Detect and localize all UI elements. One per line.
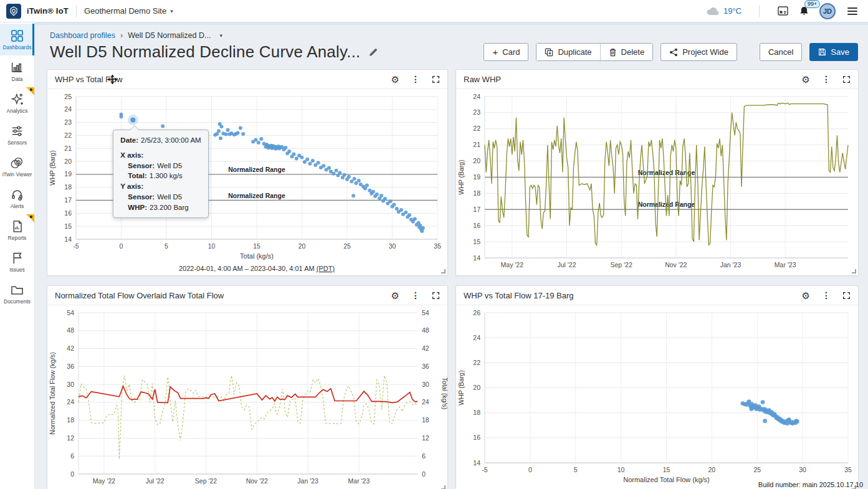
svg-text:20: 20 (708, 466, 716, 473)
svg-text:6: 6 (422, 452, 426, 460)
svg-text:30: 30 (67, 381, 74, 388)
sidebar-item-alerts[interactable]: Alerts (0, 183, 34, 214)
svg-text:24: 24 (64, 105, 72, 113)
svg-text:WHP (Barg): WHP (Barg) (457, 159, 465, 194)
card-resize-handle[interactable] (441, 485, 446, 489)
svg-text:35: 35 (434, 242, 441, 250)
svg-text:20: 20 (473, 384, 480, 391)
card-resize-handle[interactable] (852, 269, 856, 273)
site-selector[interactable]: Geothermal Demo Site (84, 6, 166, 16)
svg-text:24: 24 (422, 398, 429, 406)
svg-text:Sep '22: Sep '22 (195, 477, 217, 485)
sidebar-item-dashboards[interactable]: Dashboards (0, 24, 34, 55)
itwin-logo-icon (9, 6, 19, 16)
top-bar: iTwin® IoT Geothermal Demo Site ▾ 19°C 9… (0, 0, 868, 22)
sidebar-item-issues[interactable]: Issues (0, 246, 34, 278)
project-wide-button[interactable]: Project Wide (661, 43, 737, 61)
data-icon (11, 61, 24, 74)
card-more-menu-icon[interactable]: ⋮ (822, 75, 831, 83)
svg-text:25: 25 (753, 466, 761, 473)
weather-widget[interactable]: 19°C (706, 6, 742, 16)
svg-text:10: 10 (208, 242, 216, 250)
expand-icon[interactable] (842, 75, 851, 83)
svg-text:Total (kg/s): Total (kg/s) (240, 252, 274, 260)
main-content: Dashboard profiles › Well D5 Normalized … (35, 22, 868, 489)
svg-text:14: 14 (473, 459, 480, 467)
svg-text:12: 12 (67, 434, 74, 442)
svg-text:26: 26 (473, 309, 480, 316)
svg-text:Sep '22: Sep '22 (611, 261, 632, 268)
reports-icon (11, 220, 24, 233)
svg-text:Normalized Total Flow (kg/s): Normalized Total Flow (kg/s) (49, 352, 56, 434)
duplicate-button[interactable]: Duplicate (537, 44, 599, 60)
card-raw-whp[interactable]: Raw WHP ⚙ ⋮ 1415161718192021222324May '2… (455, 69, 859, 276)
sidebar-item-itwin-viewer[interactable]: iTwin Viewer (0, 151, 34, 183)
sidebar-item-analytics[interactable]: Analytics (0, 87, 34, 119)
sidebar-item-sensors[interactable]: Sensors (0, 119, 34, 151)
delete-button[interactable]: Delete (600, 44, 653, 60)
sidebar-item-data[interactable]: Data (0, 55, 34, 87)
svg-text:21: 21 (473, 141, 480, 148)
svg-text:WHP (Barg): WHP (Barg) (457, 370, 465, 405)
device-panel-icon[interactable] (777, 6, 789, 16)
svg-text:2022-04-01, 4:00 AM – 2023-04-: 2022-04-01, 4:00 AM – 2023-04-30, 4:01 A… (179, 265, 335, 272)
card-resize-handle[interactable] (441, 269, 446, 273)
chevron-down-icon[interactable]: ▾ (219, 32, 222, 39)
save-button[interactable]: Save (809, 43, 858, 61)
svg-text:Nov '22: Nov '22 (665, 261, 687, 268)
svg-text:10: 10 (618, 466, 625, 473)
card-more-menu-icon[interactable]: ⋮ (822, 291, 831, 300)
chevron-down-icon[interactable]: ▾ (170, 8, 173, 14)
expand-icon[interactable] (842, 292, 851, 300)
svg-text:14: 14 (473, 254, 480, 262)
card-title: Normalized Total Flow Overlaid Raw Total… (55, 291, 224, 300)
card-settings-gear-icon[interactable]: ⚙ (802, 75, 810, 84)
svg-text:May '22: May '22 (93, 477, 116, 485)
svg-text:25: 25 (64, 93, 72, 100)
svg-text:24: 24 (473, 93, 480, 100)
cancel-button[interactable]: Cancel (760, 43, 802, 61)
card-title: Raw WHP (464, 75, 501, 84)
avatar[interactable]: JD (819, 3, 836, 19)
breadcrumb-dashboard-profiles[interactable]: Dashboard profiles (50, 31, 115, 40)
sidebar-item-reports[interactable]: Reports (0, 214, 34, 246)
notifications-button[interactable]: 99+ (799, 6, 809, 17)
sidebar-item-label: Issues (9, 267, 25, 273)
card-settings-gear-icon[interactable]: ⚙ (391, 291, 399, 300)
brand-name: iTwin® IoT (27, 6, 69, 16)
card-normalized-total-flow-overlay[interactable]: Normalized Total Flow Overlaid Raw Total… (47, 285, 448, 489)
chart-whp-vs-total-flow-17-19[interactable]: 14161820222426-505101520253035Normalized… (456, 305, 858, 489)
chart-raw-whp[interactable]: 1415161718192021222324May '22Jul '22Sep … (456, 89, 858, 275)
edit-title-button[interactable] (368, 47, 378, 57)
card-settings-gear-icon[interactable]: ⚙ (391, 75, 399, 84)
pencil-icon (368, 47, 378, 57)
expand-icon[interactable] (432, 292, 440, 300)
build-number: Build number: main 2025.10.17.10 (758, 481, 863, 488)
svg-text:30: 30 (422, 381, 429, 388)
card-title: WHP vs Total Flow 17-19 Barg (464, 291, 574, 300)
svg-text:Nov '22: Nov '22 (246, 477, 268, 485)
hamburger-menu-icon[interactable] (846, 6, 859, 17)
svg-text:54: 54 (67, 309, 74, 316)
chart-whp-vs-total-flow[interactable]: 141516171819202122232425-505101520253035… (47, 89, 447, 275)
card-more-menu-icon[interactable]: ⋮ (411, 75, 420, 83)
duplicate-icon (545, 48, 553, 57)
svg-text:23: 23 (473, 108, 480, 116)
svg-text:Mar '23: Mar '23 (348, 477, 370, 485)
card-whp-vs-total-flow-17-19[interactable]: WHP vs Total Flow 17-19 Barg ⚙ ⋮ 1416182… (455, 285, 859, 489)
card-settings-gear-icon[interactable]: ⚙ (802, 291, 810, 300)
sidebar-item-documents[interactable]: Documents (0, 278, 34, 310)
expand-icon[interactable] (432, 75, 440, 83)
svg-text:Mar '23: Mar '23 (775, 261, 796, 268)
svg-text:48: 48 (67, 326, 74, 334)
chart-normalized-total-flow-overlay[interactable]: 006612121818242430303636424248485454May … (47, 305, 447, 489)
svg-text:18: 18 (422, 416, 429, 424)
dashboards-icon (11, 29, 24, 42)
card-whp-vs-total-flow[interactable]: WHP vs Total Flow ⚙ ⋮ 141516171819202122… (47, 69, 448, 276)
svg-text:18: 18 (473, 409, 480, 416)
svg-text:6: 6 (70, 452, 74, 460)
svg-text:16: 16 (473, 222, 480, 229)
add-card-button[interactable]: + Card (484, 43, 528, 61)
svg-text:24: 24 (67, 398, 74, 406)
card-more-menu-icon[interactable]: ⋮ (411, 291, 420, 300)
